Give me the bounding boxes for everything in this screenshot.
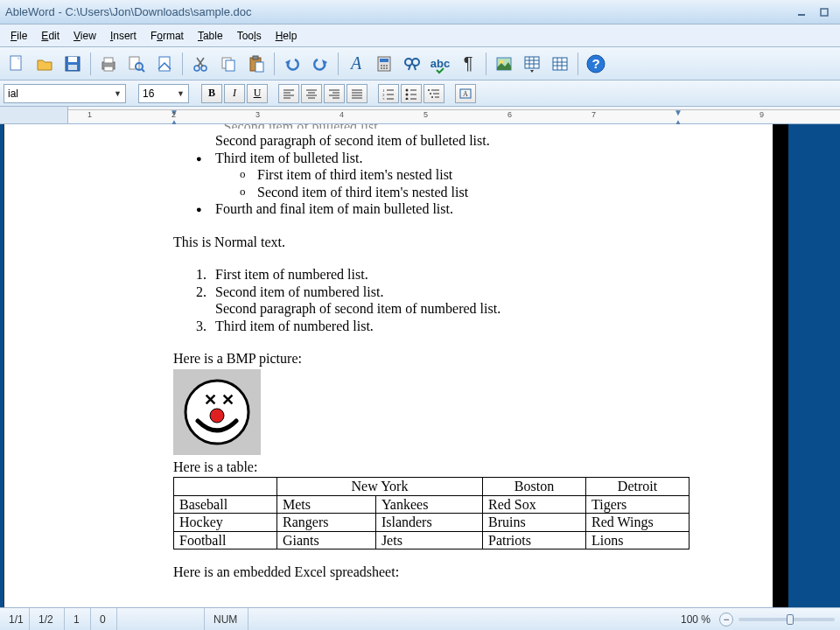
- bullet-item: Second item of bulleted list.: [224, 124, 382, 129]
- menu-view[interactable]: View: [66, 27, 103, 45]
- underline-button[interactable]: U: [247, 84, 268, 103]
- bmp-caption: Here is a BMP picture:: [173, 350, 697, 368]
- paste-button[interactable]: [243, 51, 270, 77]
- document-table[interactable]: New York Boston Detroit Baseball Mets Ya…: [173, 477, 690, 550]
- document-page[interactable]: • Second item of bulleted list. Second p…: [4, 124, 786, 607]
- svg-text:?: ?: [592, 56, 599, 71]
- numbered-list-button[interactable]: 123: [378, 84, 399, 103]
- window-title: AbleWord - C:\Users\Jon\Downloads\sample…: [5, 5, 252, 18]
- svg-point-32: [386, 67, 388, 69]
- bullet-item: Fourth and final item of main bulleted l…: [215, 200, 697, 218]
- undo-button[interactable]: [279, 51, 305, 77]
- new-button[interactable]: [4, 51, 30, 77]
- font-size-combo[interactable]: 16 ▼: [138, 84, 189, 103]
- svg-point-15: [201, 66, 206, 71]
- open-button[interactable]: [32, 51, 58, 77]
- bold-button[interactable]: B: [201, 84, 222, 103]
- table-row: Hockey Rangers Islanders Bruins Red Wing…: [174, 514, 690, 532]
- menu-tools[interactable]: Tools: [230, 27, 269, 45]
- svg-rect-19: [226, 60, 234, 71]
- status-page: 1/2: [30, 608, 65, 630]
- text-box-button[interactable]: A: [455, 84, 476, 103]
- svg-point-27: [381, 65, 382, 66]
- copy-button[interactable]: [215, 51, 242, 77]
- ruler[interactable]: ▼ ▲ 1 2 3 4 5 6 7 9 ▼ ▲: [0, 107, 840, 124]
- cut-button[interactable]: [187, 51, 214, 77]
- dropdown-arrow-icon: ▼: [114, 89, 122, 98]
- menu-help[interactable]: Help: [269, 27, 304, 45]
- maximize-button[interactable]: [814, 4, 835, 20]
- help-button[interactable]: ?: [583, 51, 609, 77]
- align-center-button[interactable]: [301, 84, 322, 103]
- table-row: New York Boston Detroit: [174, 478, 690, 496]
- svg-point-92: [210, 409, 224, 423]
- menu-table[interactable]: Table: [191, 27, 230, 45]
- status-column: 1: [65, 608, 91, 630]
- menu-file[interactable]: File: [4, 27, 34, 45]
- align-left-button[interactable]: [278, 84, 299, 103]
- numbered-item: Third item of numbered list.: [215, 318, 697, 335]
- excel-caption: Here is an embedded Excel spreadsheet:: [173, 564, 697, 581]
- insert-table-button[interactable]: [547, 51, 573, 77]
- zoom-thumb[interactable]: [787, 614, 794, 625]
- svg-point-83: [431, 96, 433, 98]
- svg-point-82: [430, 93, 431, 94]
- menu-format[interactable]: Format: [144, 27, 191, 45]
- svg-text:✕: ✕: [204, 391, 217, 409]
- svg-point-76: [406, 93, 409, 95]
- zoom-label: 100 %: [672, 608, 719, 630]
- svg-rect-26: [380, 59, 388, 62]
- normal-paragraph: This is Normal text.: [173, 234, 697, 251]
- svg-rect-1: [821, 9, 828, 16]
- status-bar: 1/1 1/2 1 0 NUM 100 % −: [0, 607, 840, 630]
- title-bar: AbleWord - C:\Users\Jon\Downloads\sample…: [0, 0, 840, 24]
- redo-button[interactable]: [307, 51, 333, 77]
- svg-rect-40: [525, 57, 539, 68]
- calculator-button[interactable]: [371, 51, 397, 77]
- document-viewport[interactable]: • Second item of bulleted list. Second p…: [0, 124, 840, 607]
- svg-marker-45: [530, 70, 534, 73]
- insert-table-dropdown-button[interactable]: [519, 51, 545, 77]
- dropdown-arrow-icon: ▼: [177, 89, 185, 98]
- zoom-out-button[interactable]: −: [719, 612, 733, 626]
- svg-rect-46: [553, 58, 567, 70]
- show-paragraph-button[interactable]: ¶: [455, 51, 481, 77]
- multilevel-list-button[interactable]: [424, 84, 444, 103]
- align-justify-button[interactable]: [346, 84, 368, 103]
- bulleted-list-button[interactable]: [401, 84, 422, 103]
- table-row: Baseball Mets Yankees Red Sox Tigers: [174, 495, 690, 514]
- svg-rect-9: [104, 66, 113, 71]
- spellcheck-button[interactable]: abc: [427, 51, 453, 77]
- print-preview-button[interactable]: [123, 51, 150, 77]
- find-button[interactable]: [399, 51, 425, 77]
- menu-bar: File Edit View Insert Format Table Tools…: [0, 24, 840, 47]
- svg-point-28: [383, 65, 385, 66]
- status-section: 1/1: [0, 608, 30, 630]
- svg-point-30: [381, 67, 382, 69]
- minimize-button[interactable]: [791, 4, 812, 20]
- right-indent-marker-icon[interactable]: ▼: [674, 108, 682, 117]
- format-toolbar: ial ▼ 16 ▼ B I U 123 A: [0, 80, 840, 107]
- save-button[interactable]: [60, 51, 86, 77]
- menu-insert[interactable]: Insert: [103, 27, 144, 45]
- embedded-image[interactable]: ✕ ✕: [173, 369, 261, 455]
- italic-button[interactable]: I: [224, 84, 245, 103]
- document-body[interactable]: • Second item of bulleted list. Second p…: [68, 124, 785, 581]
- zoom-slider[interactable]: [738, 618, 835, 621]
- bullet-item: Third item of bulleted list.: [215, 150, 697, 167]
- print-button[interactable]: [95, 51, 122, 77]
- numbered-item-paragraph: Second paragraph of second item of numbe…: [215, 300, 697, 318]
- nested-bullet-item: First item of third item's nested list: [215, 166, 697, 184]
- align-right-button[interactable]: [324, 84, 345, 103]
- font-dialog-button[interactable]: A: [343, 51, 369, 77]
- svg-point-81: [428, 89, 430, 91]
- svg-point-14: [194, 66, 200, 71]
- page-setup-button[interactable]: [151, 51, 178, 77]
- status-line: 0: [91, 608, 117, 630]
- font-name-combo[interactable]: ial ▼: [4, 84, 126, 103]
- main-toolbar: A abc ¶ ?: [0, 47, 840, 80]
- menu-edit[interactable]: Edit: [34, 27, 66, 45]
- svg-point-33: [405, 59, 412, 66]
- insert-image-button[interactable]: [491, 51, 517, 77]
- svg-rect-6: [68, 65, 77, 70]
